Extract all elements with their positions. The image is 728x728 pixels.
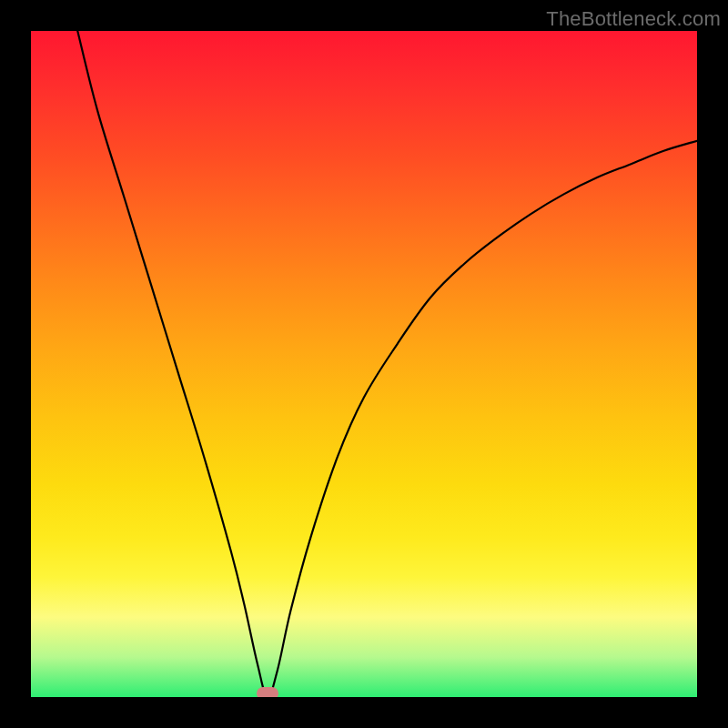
bottleneck-curve: [31, 31, 697, 697]
min-marker: [257, 687, 278, 697]
watermark-text: TheBottleneck.com: [546, 7, 721, 31]
plot-area: [31, 31, 697, 697]
chart-frame: TheBottleneck.com: [0, 0, 728, 728]
